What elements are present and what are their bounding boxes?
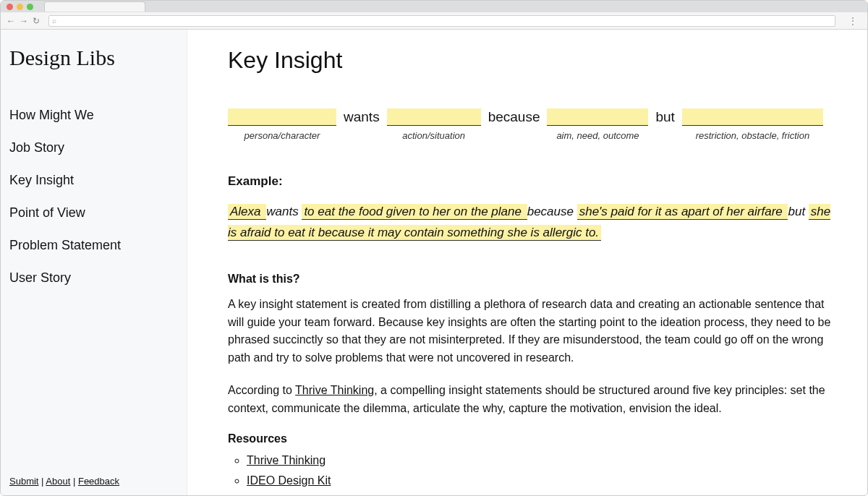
footer-link-about[interactable]: About xyxy=(46,476,70,487)
example-persona: Alexa xyxy=(228,204,266,220)
link-thrive-thinking[interactable]: Thrive Thinking xyxy=(295,384,374,396)
template-slot-restriction: restriction, obstacle, friction xyxy=(682,108,823,141)
footer-sep: | xyxy=(38,476,46,487)
what-para2-pre: According to xyxy=(228,384,295,396)
browser-window: ← → ↻ ⌕ ⋮ Design Libs How Might We Job S… xyxy=(0,0,868,496)
sidebar-item-job-story[interactable]: Job Story xyxy=(8,132,187,164)
template-connector: but xyxy=(655,108,674,125)
browser-tab-strip xyxy=(1,1,867,12)
window-minimize-icon[interactable] xyxy=(17,4,23,10)
example-sentence: Alexa wants to eat the food given to her… xyxy=(228,202,838,244)
sidebar-nav: How Might We Job Story Key Insight Point… xyxy=(8,99,187,294)
example-conn: because xyxy=(527,205,577,218)
template-slot-aim: aim, need, outcome xyxy=(547,108,648,141)
back-icon[interactable]: ← xyxy=(7,16,15,26)
sidebar-item-key-insight[interactable]: Key Insight xyxy=(8,164,187,197)
what-paragraph-1: A key insight statement is created from … xyxy=(228,296,838,367)
resource-link-ideo[interactable]: IDEO Design Kit xyxy=(247,474,331,487)
template-caption: persona/character xyxy=(244,130,320,141)
main: Key Insight persona/character wants acti… xyxy=(187,30,867,495)
sidebar-item-user-story[interactable]: User Story xyxy=(8,262,187,294)
footer-link-feedback[interactable]: Feedback xyxy=(78,476,119,487)
footer-sep: | xyxy=(70,476,78,487)
example-action: to eat the food given to her on the plan… xyxy=(302,204,527,220)
page-content: Design Libs How Might We Job Story Key I… xyxy=(1,30,867,495)
resources-list: Thrive Thinking IDEO Design Kit This is … xyxy=(228,454,838,495)
example-heading: Example: xyxy=(228,174,838,189)
template-slot-action: action/situation xyxy=(387,108,481,141)
template-caption: action/situation xyxy=(402,130,465,141)
madlib-template: persona/character wants action/situation… xyxy=(228,108,838,141)
template-blank[interactable] xyxy=(228,108,336,126)
template-slot-persona: persona/character xyxy=(228,108,336,141)
template-caption: restriction, obstacle, friction xyxy=(696,130,810,141)
address-bar[interactable]: ⌕ xyxy=(48,15,835,27)
sidebar-footer: Submit | About | Feedback xyxy=(8,469,187,495)
what-is-this-heading: What is this? xyxy=(228,273,838,286)
template-connector: because xyxy=(488,108,540,125)
resource-link-service-design[interactable]: This is service design doing xyxy=(247,495,389,495)
resources-heading: Resources xyxy=(228,432,838,445)
template-blank[interactable] xyxy=(387,108,481,126)
browser-tab[interactable] xyxy=(44,1,145,12)
what-paragraph-2: According to Thrive Thinking, a compelli… xyxy=(228,382,838,418)
resource-item: IDEO Design Kit xyxy=(247,474,838,487)
search-icon: ⌕ xyxy=(52,17,56,25)
sidebar-item-point-of-view[interactable]: Point of View xyxy=(8,197,187,229)
sidebar-item-how-might-we[interactable]: How Might We xyxy=(8,99,187,132)
resource-item: Thrive Thinking xyxy=(247,454,838,467)
browser-toolbar: ← → ↻ ⌕ ⋮ xyxy=(1,12,867,30)
forward-icon[interactable]: → xyxy=(20,16,28,26)
reload-icon[interactable]: ↻ xyxy=(33,16,40,26)
example-conn: wants xyxy=(266,205,302,218)
footer-link-submit[interactable]: Submit xyxy=(9,476,38,487)
template-caption: aim, need, outcome xyxy=(556,130,639,141)
site-title[interactable]: Design Libs xyxy=(8,46,187,70)
window-close-icon[interactable] xyxy=(7,4,13,10)
window-maximize-icon[interactable] xyxy=(27,4,33,10)
sidebar: Design Libs How Might We Job Story Key I… xyxy=(1,30,187,495)
resource-link-thrive[interactable]: Thrive Thinking xyxy=(247,454,326,466)
sidebar-item-problem-statement[interactable]: Problem Statement xyxy=(8,229,187,262)
template-blank[interactable] xyxy=(682,108,823,126)
resource-item: This is service design doing xyxy=(247,495,838,495)
example-conn: but xyxy=(788,205,808,218)
template-blank[interactable] xyxy=(547,108,648,126)
example-aim: she's paid for it as apart of her airfar… xyxy=(577,204,788,220)
template-connector: wants xyxy=(344,108,380,125)
browser-menu-icon[interactable]: ⋮ xyxy=(844,16,861,26)
page-title: Key Insight xyxy=(228,47,838,74)
